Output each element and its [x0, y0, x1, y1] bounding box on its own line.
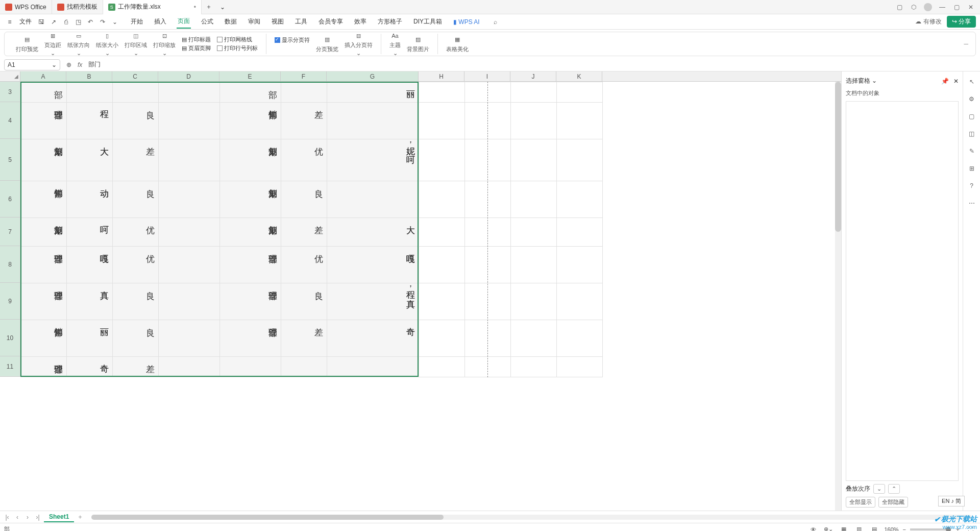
page-break-view-icon[interactable]: ▤	[869, 524, 880, 532]
cell-D7[interactable]	[159, 218, 220, 247]
header-footer-button[interactable]: ▤ 页眉页脚	[182, 44, 211, 52]
last-sheet-button[interactable]: ›|	[34, 514, 42, 521]
row-header-11[interactable]: 11	[0, 356, 20, 377]
cell-J3[interactable]	[511, 82, 557, 103]
zoom-level[interactable]: 160%	[884, 526, 898, 532]
cell-C3[interactable]	[113, 82, 159, 103]
cell-J8[interactable]	[511, 247, 557, 283]
cell-F11[interactable]	[281, 357, 327, 377]
print-preview-icon[interactable]: ◳	[72, 16, 84, 28]
cell-E6[interactable]: 策划部	[220, 181, 281, 218]
row-header-8[interactable]: 8	[0, 246, 20, 283]
cell-C5[interactable]: 差	[113, 139, 159, 181]
cell-D6[interactable]	[159, 181, 220, 218]
print-scale-button[interactable]: ⊡打印缩放⌄	[150, 31, 179, 57]
tab-formula[interactable]: 公式	[200, 15, 214, 28]
cell-B9[interactable]: 真真	[67, 283, 113, 320]
formula-input[interactable]: 部门	[85, 60, 976, 69]
orientation-button[interactable]: ▭纸张方向⌄	[64, 31, 93, 57]
normal-view-icon[interactable]: ▦	[838, 524, 849, 532]
file-menu[interactable]: 文件	[16, 17, 35, 26]
cell-H7[interactable]	[419, 218, 465, 247]
cell-G11[interactable]	[327, 357, 419, 377]
cell-F4[interactable]: 差	[281, 103, 327, 139]
col-header-H[interactable]: H	[419, 71, 464, 81]
insert-break-button[interactable]: ⊟插入分页符⌄	[341, 31, 376, 57]
tab-review[interactable]: 审阅	[247, 15, 261, 28]
cell-H10[interactable]	[419, 320, 465, 357]
fx-label[interactable]: fx	[78, 61, 82, 68]
zoom-cell-icon[interactable]: ⊕	[63, 59, 75, 70]
theme-button[interactable]: Aa主题⌄	[386, 31, 404, 57]
cell-A4[interactable]: 管理部	[21, 103, 67, 139]
cell-G7[interactable]: 大大	[327, 218, 419, 247]
cell-A8[interactable]: 管理部	[21, 247, 67, 283]
prev-sheet-button[interactable]: ‹	[13, 514, 21, 521]
page-layout-view-icon[interactable]: ▥	[853, 524, 865, 532]
cell-C8[interactable]: 优	[113, 247, 159, 283]
col-header-G[interactable]: G	[327, 71, 419, 81]
cell-B10[interactable]: 丽丽	[67, 320, 113, 357]
col-header-J[interactable]: J	[510, 71, 556, 81]
col-header-K[interactable]: K	[556, 71, 602, 81]
tab-efficiency[interactable]: 效率	[353, 15, 368, 28]
wps-ai-button[interactable]: ▮ WPS AI	[452, 16, 481, 28]
cell-K11[interactable]	[557, 357, 603, 377]
cell-G10[interactable]: 奇奇	[327, 320, 419, 357]
beautify-button[interactable]: ▦表格美化	[443, 35, 472, 53]
cell-D11[interactable]	[159, 357, 220, 377]
cell-B11[interactable]: 奇奇	[67, 357, 113, 377]
zoom-out-button[interactable]: −	[903, 526, 906, 532]
cell-J7[interactable]	[511, 218, 557, 247]
hamburger-icon[interactable]: ≡	[4, 16, 15, 28]
cube-icon[interactable]: ⬡	[910, 3, 918, 11]
maximize-button[interactable]: ▢	[952, 3, 961, 11]
tab-diy[interactable]: DIY工具箱	[412, 15, 443, 28]
cell-B8[interactable]: 嘎嘎嘎	[67, 247, 113, 283]
row-header-3[interactable]: 3	[0, 82, 20, 102]
next-sheet-button[interactable]: ›	[23, 514, 32, 521]
target-icon[interactable]: ⊕⌄	[823, 524, 834, 532]
cell-G4[interactable]	[327, 103, 419, 139]
sheet-tab-sheet1[interactable]: Sheet1	[44, 512, 74, 522]
cell-A9[interactable]: 管理部	[21, 283, 67, 320]
grid-icon[interactable]: ⊞	[967, 163, 977, 174]
cell-F8[interactable]: 优	[281, 247, 327, 283]
cell-H5[interactable]	[419, 139, 465, 181]
cell-C10[interactable]: 良	[113, 320, 159, 357]
close-panel-icon[interactable]: ✕	[953, 78, 959, 85]
paper-size-button[interactable]: ▯纸张大小⌄	[93, 31, 121, 57]
close-button[interactable]: ✕	[967, 3, 975, 11]
horizontal-scrollbar[interactable]	[91, 515, 972, 520]
vscroll-thumb[interactable]	[835, 82, 841, 232]
cell-A7[interactable]: 策划部	[21, 218, 67, 247]
move-down-button[interactable]: ⌄	[873, 484, 885, 494]
row-header-10[interactable]: 10	[0, 320, 20, 356]
cell-J9[interactable]	[511, 283, 557, 320]
search-icon[interactable]: ⌕	[490, 16, 501, 28]
layout-icon[interactable]: ▢	[967, 111, 977, 122]
cells-area[interactable]: 部部丽丽管理部程程良销售部差策划部大大差策划部优妮妮，呵呵销售部动动良策划部良策…	[20, 82, 841, 377]
cell-G3[interactable]: 丽丽	[327, 82, 419, 103]
cell-F10[interactable]: 差	[281, 320, 327, 357]
cell-F3[interactable]	[281, 82, 327, 103]
row-header-5[interactable]: 5	[0, 139, 20, 181]
tab-start[interactable]: 开始	[130, 15, 144, 28]
cell-H8[interactable]	[419, 247, 465, 283]
cell-E10[interactable]: 管理部	[220, 320, 281, 357]
cell-D9[interactable]	[159, 283, 220, 320]
bg-image-button[interactable]: ▨背景图片	[404, 35, 432, 53]
col-header-E[interactable]: E	[219, 71, 281, 81]
cell-G9[interactable]: 程程，真真	[327, 283, 419, 320]
cell-F6[interactable]: 良	[281, 181, 327, 218]
cell-B3[interactable]	[67, 82, 113, 103]
cell-E7[interactable]: 策划部	[220, 218, 281, 247]
margins-button[interactable]: ⊞页边距⌄	[41, 31, 64, 57]
cell-J10[interactable]	[511, 320, 557, 357]
tab-insert[interactable]: 插入	[153, 15, 167, 28]
cell-B4[interactable]: 程程	[67, 103, 113, 139]
wrench-icon[interactable]: ✎	[967, 146, 977, 156]
cell-A11[interactable]: 管理部	[21, 357, 67, 377]
move-up-button[interactable]: ⌃	[888, 484, 900, 494]
cell-H9[interactable]	[419, 283, 465, 320]
